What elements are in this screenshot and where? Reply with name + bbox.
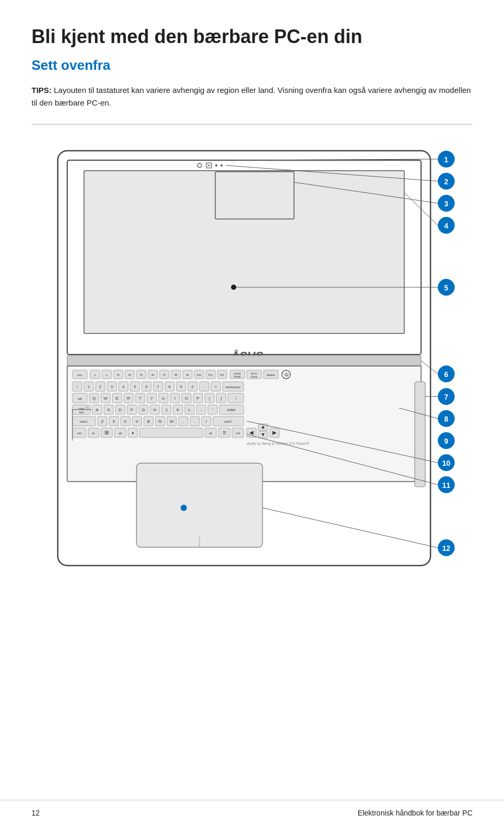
svg-text:x: x bbox=[106, 373, 108, 377]
svg-point-209 bbox=[181, 505, 187, 511]
svg-text:5: 5 bbox=[444, 284, 448, 292]
svg-text:▶: ▶ bbox=[272, 430, 277, 435]
svg-text:8: 8 bbox=[169, 385, 171, 389]
svg-text:z: z bbox=[94, 373, 96, 377]
svg-text:f3: f3 bbox=[117, 373, 120, 377]
svg-text:3: 3 bbox=[444, 200, 448, 208]
svg-text:U: U bbox=[162, 396, 165, 401]
svg-text:.: . bbox=[194, 419, 195, 424]
svg-rect-207 bbox=[415, 382, 425, 487]
svg-text:f9: f9 bbox=[186, 373, 189, 377]
svg-point-31 bbox=[215, 164, 217, 166]
svg-rect-191 bbox=[140, 428, 203, 437]
svg-text:9: 9 bbox=[180, 385, 182, 389]
svg-text:5: 5 bbox=[134, 385, 136, 389]
laptop-diagram: 1 2 3 4 5 6 7 8 bbox=[34, 140, 470, 571]
svg-text:f5: f5 bbox=[140, 373, 143, 377]
svg-line-224 bbox=[262, 508, 438, 548]
svg-text:F: F bbox=[131, 408, 133, 412]
tips-box: TIPS: Layouten til tastaturet kan varier… bbox=[32, 84, 472, 109]
svg-point-215 bbox=[231, 285, 236, 290]
svg-text:ctrl: ctrl bbox=[236, 432, 240, 435]
svg-text:⊞: ⊞ bbox=[104, 430, 109, 435]
footer-title: Elektronisk håndbok for bærbar PC bbox=[358, 809, 472, 817]
svg-text:]: ] bbox=[220, 396, 222, 401]
svg-text:R: R bbox=[127, 396, 130, 401]
svg-text:V: V bbox=[135, 419, 139, 424]
svg-text:7: 7 bbox=[157, 385, 159, 389]
svg-text:f11: f11 bbox=[208, 373, 213, 377]
page-footer: 12 Elektronisk håndbok for bærbar PC bbox=[0, 800, 504, 825]
svg-text:f6: f6 bbox=[151, 373, 154, 377]
svg-text:E: E bbox=[116, 396, 118, 401]
svg-text:6: 6 bbox=[444, 370, 448, 379]
svg-text:f12: f12 bbox=[220, 373, 225, 377]
svg-text:◀: ◀ bbox=[249, 430, 254, 435]
svg-text:f4: f4 bbox=[128, 373, 131, 377]
tips-label: TIPS: bbox=[32, 86, 51, 95]
svg-text:H: H bbox=[153, 408, 156, 412]
svg-text:break: break bbox=[234, 375, 241, 378]
page-title: Bli kjent med den bærbare PC-en din bbox=[32, 25, 472, 48]
svg-text:X: X bbox=[112, 419, 116, 424]
svg-text:8: 8 bbox=[444, 415, 448, 423]
svg-text:⏻: ⏻ bbox=[284, 372, 289, 377]
svg-text:Z: Z bbox=[101, 419, 104, 424]
svg-text:enter: enter bbox=[227, 408, 236, 412]
svg-text:I: I bbox=[174, 396, 175, 401]
page-container: Bli kjent med den bærbare PC-en din Sett… bbox=[0, 0, 504, 825]
svg-text:G: G bbox=[142, 408, 145, 412]
svg-text:shift⇧: shift⇧ bbox=[80, 420, 88, 423]
svg-text:0: 0 bbox=[192, 385, 194, 389]
svg-text:A: A bbox=[96, 408, 99, 412]
svg-text:4: 4 bbox=[122, 385, 124, 389]
svg-text:f10: f10 bbox=[197, 373, 202, 377]
svg-text:W: W bbox=[103, 396, 108, 401]
svg-text:lock: lock bbox=[79, 411, 84, 414]
svg-text:12: 12 bbox=[442, 544, 450, 552]
svg-rect-35 bbox=[67, 356, 421, 366]
svg-text:T: T bbox=[139, 396, 142, 401]
svg-point-132 bbox=[86, 407, 89, 410]
svg-text:esc: esc bbox=[77, 373, 82, 377]
svg-text:7: 7 bbox=[444, 393, 448, 401]
svg-text:sysrq: sysrq bbox=[251, 375, 257, 378]
svg-text:K: K bbox=[176, 408, 180, 412]
svg-text:♦: ♦ bbox=[132, 431, 134, 435]
svg-text:3: 3 bbox=[111, 385, 113, 389]
svg-text:6: 6 bbox=[145, 385, 148, 389]
svg-text:☰: ☰ bbox=[223, 431, 226, 435]
svg-text:1: 1 bbox=[88, 385, 90, 389]
svg-text:=: = bbox=[215, 385, 217, 389]
svg-text:2: 2 bbox=[99, 385, 101, 389]
svg-point-27 bbox=[197, 163, 202, 168]
svg-text:delete: delete bbox=[267, 373, 276, 377]
divider bbox=[32, 124, 472, 124]
svg-text:O: O bbox=[185, 396, 188, 401]
svg-rect-208 bbox=[136, 463, 262, 547]
svg-text:ctrl: ctrl bbox=[77, 432, 81, 435]
svg-text:,: , bbox=[183, 419, 184, 424]
svg-text:C: C bbox=[124, 419, 127, 424]
svg-text:10: 10 bbox=[442, 459, 450, 467]
svg-text:Y: Y bbox=[150, 396, 153, 401]
svg-text:alt: alt bbox=[119, 432, 122, 435]
svg-point-32 bbox=[220, 164, 223, 166]
svg-text:11: 11 bbox=[442, 481, 450, 489]
svg-line-217 bbox=[421, 361, 438, 374]
section-title: Sett ovenfra bbox=[32, 57, 472, 74]
svg-text:N: N bbox=[159, 419, 162, 424]
svg-text:Q: Q bbox=[92, 396, 96, 401]
svg-text:\: \ bbox=[77, 385, 78, 389]
svg-text:2: 2 bbox=[444, 177, 448, 186]
svg-text:f7: f7 bbox=[163, 373, 166, 377]
svg-text:D: D bbox=[119, 408, 122, 412]
svg-text:f8: f8 bbox=[174, 373, 177, 377]
svg-text:M: M bbox=[170, 419, 174, 424]
svg-text:4: 4 bbox=[444, 222, 448, 230]
svg-rect-26 bbox=[84, 171, 404, 333]
svg-text:▼: ▼ bbox=[260, 432, 266, 437]
svg-text:L: L bbox=[188, 408, 191, 412]
svg-text:fn: fn bbox=[92, 432, 94, 435]
laptop-svg: 1 2 3 4 5 6 7 8 bbox=[42, 140, 462, 571]
